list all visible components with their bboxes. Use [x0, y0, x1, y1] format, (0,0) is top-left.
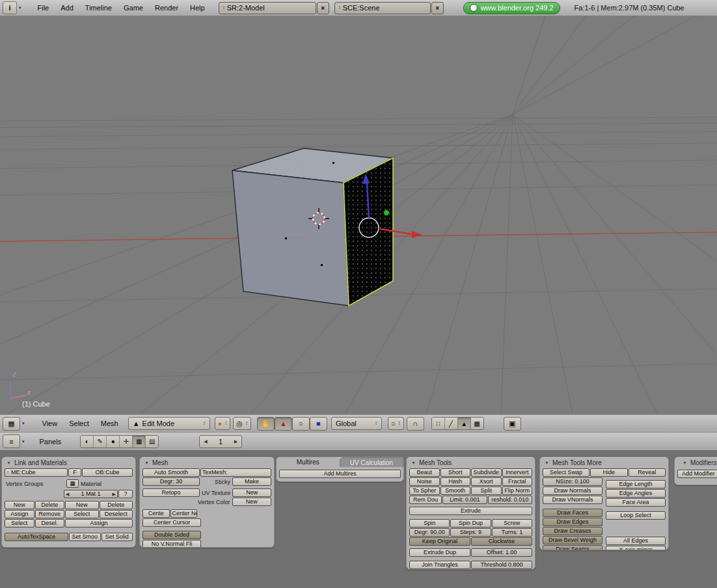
panel-title[interactable]: Modifiers	[690, 459, 717, 466]
panel-title[interactable]: Mesh	[152, 459, 168, 466]
draw-type-dropdown[interactable]: ● ↕	[215, 417, 231, 430]
hide-button[interactable]: Hide	[590, 468, 628, 477]
extrude-button[interactable]: Extrude	[409, 507, 532, 515]
turns-field[interactable]: Turns: 1	[492, 528, 532, 537]
vertex-dot[interactable]	[321, 264, 323, 266]
snap-button[interactable]: ∩	[407, 417, 424, 431]
manipulator-toggle-button[interactable]: ✋	[257, 417, 275, 431]
spin-dup-button[interactable]: Spin Dup	[450, 519, 491, 528]
object-name-field[interactable]: OB:Cube	[82, 468, 133, 477]
cube-front-face[interactable]	[232, 170, 349, 306]
material-delete-button[interactable]: Delete	[100, 501, 133, 509]
flip-normals-button[interactable]: Flip Norm	[502, 487, 533, 495]
screen-browse-icon[interactable]: ↕	[223, 5, 225, 10]
beauty-toggle[interactable]: Beaut	[409, 468, 440, 477]
double-sided-toggle[interactable]: Double Sided	[142, 531, 201, 539]
draw-vnormals-toggle[interactable]: Draw VNormals	[543, 496, 602, 504]
face-area-toggle[interactable]: Face Area	[606, 498, 666, 507]
datablock-browse-icon[interactable]: ↕	[7, 470, 9, 475]
frame-prev-icon[interactable]: ◀	[204, 439, 207, 444]
reveal-button[interactable]: Reveal	[629, 468, 666, 477]
material-assign-button[interactable]: Assign	[65, 519, 133, 528]
material-help-button[interactable]: ?	[118, 490, 133, 498]
menu-help[interactable]: Help	[184, 4, 211, 12]
panel-collapse-icon[interactable]: ▼	[545, 461, 549, 465]
vgroup-remove-button[interactable]: Remove	[35, 510, 65, 518]
context-shading-button[interactable]: ●	[107, 436, 120, 448]
slot-next-icon[interactable]: ▶	[113, 490, 116, 498]
innervert-button[interactable]: Innervert	[502, 468, 533, 477]
menu-select[interactable]: Select	[63, 420, 95, 427]
centre-new-button[interactable]: Center Ne	[170, 509, 198, 518]
auto-smooth-toggle[interactable]: Auto Smooth	[142, 468, 200, 477]
vgroup-new-button[interactable]: New	[5, 501, 34, 509]
draw-seams-toggle[interactable]: Draw Seams	[543, 545, 602, 550]
slot-prev-icon[interactable]: ◀	[66, 490, 69, 498]
threshold-field[interactable]: reshold: 0.010	[488, 496, 533, 504]
vertex-color-new-button[interactable]: New	[232, 498, 271, 506]
scene-selector[interactable]: ↕ SCE:Scene	[334, 2, 431, 14]
viewport-canvas[interactable]	[0, 16, 717, 414]
editor-type-button[interactable]: ▦	[3, 417, 20, 431]
panel-title[interactable]: Mesh Tools More	[552, 459, 602, 466]
screen-selector[interactable]: ↕ SR:2-Model	[219, 2, 316, 14]
add-multires-button[interactable]: Add Multires	[279, 470, 401, 478]
panel-collapse-icon[interactable]: ▼	[411, 461, 416, 465]
clockwise-toggle[interactable]: Clockwise	[471, 537, 532, 546]
context-object-button[interactable]: ✛	[120, 436, 133, 448]
panel-collapse-icon[interactable]: ▼	[683, 461, 687, 465]
blender-org-link[interactable]: www.blender.org 249.2	[463, 2, 560, 14]
render-preview-button[interactable]: ▣	[504, 417, 521, 431]
edge-select-mode-button[interactable]: ╱	[445, 418, 458, 429]
mesh-datablock-field[interactable]: ↕ ME:Cube	[5, 468, 68, 477]
texmesh-field[interactable]: TexMesh:	[200, 468, 271, 477]
vertex-dot[interactable]	[285, 237, 287, 239]
menu-view[interactable]: View	[36, 420, 64, 427]
split-button[interactable]: Split	[471, 487, 502, 495]
menu-mesh[interactable]: Mesh	[95, 420, 124, 427]
retopo-toggle[interactable]: Retopo	[142, 488, 200, 497]
set-smooth-button[interactable]: Set Smoo	[69, 533, 101, 541]
to-sphere-button[interactable]: To Spher	[409, 487, 440, 495]
manipulator-y-handle[interactable]	[384, 210, 390, 216]
material-menu-button[interactable]: ▦	[66, 479, 79, 488]
normal-size-field[interactable]: NSize: 0.100	[543, 477, 602, 486]
buttons-editor-dropdown-icon[interactable]: ▾	[22, 439, 25, 444]
viewport-3d[interactable]: z x (1) Cube	[0, 16, 717, 414]
face-select-mode-button[interactable]: ▲	[458, 418, 471, 429]
draw-faces-toggle[interactable]: Draw Faces	[543, 509, 602, 517]
join-threshold-field[interactable]: Threshold 0.800	[471, 561, 532, 569]
proportional-edit-dropdown[interactable]: ○ ↕	[388, 417, 404, 430]
remove-doubles-button[interactable]: Rem Dou	[409, 496, 442, 504]
vgroup-assign-button[interactable]: Assign	[5, 510, 34, 518]
material-slot-field[interactable]: ◀ 1 Mat 1 ▶	[64, 490, 118, 498]
panels-menu[interactable]: Panels	[34, 438, 68, 446]
hash-button[interactable]: Hash	[440, 477, 471, 486]
centre-button[interactable]: Cente	[142, 509, 170, 518]
vertex-dot[interactable]	[332, 162, 334, 164]
scene-browse-icon[interactable]: ↕	[338, 5, 341, 10]
keep-original-toggle[interactable]: Keep Original	[409, 537, 470, 546]
draw-normals-toggle[interactable]: Draw Normals	[543, 487, 602, 495]
mode-dropdown[interactable]: ▲ Edit Mode ↕	[128, 417, 210, 430]
add-modifier-button[interactable]: Add Modifier	[677, 470, 717, 478]
join-triangles-toggle[interactable]: Join Triangles	[409, 561, 470, 569]
offset-field[interactable]: Offset: 1.00	[471, 548, 532, 557]
frame-number-field[interactable]: ◀ 1 ▶	[199, 435, 242, 448]
spin-button[interactable]: Spin	[409, 519, 450, 528]
menu-add[interactable]: Add	[55, 4, 79, 12]
manipulator-scale-button[interactable]: ■	[310, 417, 327, 431]
draw-creases-toggle[interactable]: Draw Creases	[543, 527, 602, 535]
fake-user-button[interactable]: F	[68, 468, 81, 477]
context-script-button[interactable]: ✎	[94, 436, 107, 448]
limit-field[interactable]: Limit: 0.001	[442, 496, 487, 504]
screw-button[interactable]: Screw	[492, 519, 532, 528]
select-swap-button[interactable]: Select Swap	[543, 468, 589, 477]
vgroup-select-button[interactable]: Select	[5, 519, 34, 528]
fractal-button[interactable]: Fractal	[502, 477, 533, 486]
material-select-button[interactable]: Select	[65, 510, 99, 518]
scene-close-button[interactable]: ×	[431, 2, 444, 14]
auto-smooth-degrees-field[interactable]: Degr: 30	[142, 477, 200, 486]
edge-angles-toggle[interactable]: Edge Angles	[606, 489, 666, 498]
set-solid-button[interactable]: Set Solid	[101, 533, 133, 541]
